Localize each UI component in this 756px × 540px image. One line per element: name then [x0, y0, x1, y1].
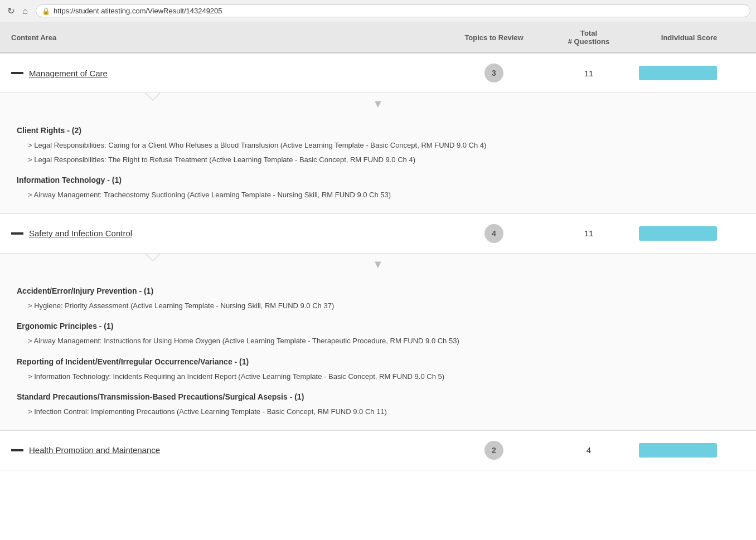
health-promotion-score-cell	[633, 443, 745, 458]
page-container: Content Area Topics to Review Total # Qu…	[0, 22, 756, 470]
lock-icon: 🔒	[42, 7, 50, 15]
health-promotion-badge-cell: 2	[444, 441, 544, 460]
reporting-incident-item-1: Information Technology: Incidents Requir…	[17, 369, 739, 384]
reload-button[interactable]: ↻	[6, 6, 16, 16]
header-topics-to-review: Topics to Review	[444, 33, 544, 42]
health-promotion-score-bar	[639, 443, 717, 458]
browser-bar: ↻ ⌂ 🔒 https://student.atitesting.com/Vie…	[0, 0, 756, 22]
standard-precautions-category: Standard Precautions/Transmission-Based …	[17, 392, 739, 401]
management-of-care-total: 11	[544, 69, 633, 78]
section-row-health-promotion[interactable]: Health Promotion and Maintenance 2 4	[0, 431, 756, 470]
safety-arrow-down-icon	[17, 254, 739, 278]
ergonomic-principles-item-1: Airway Management: Instructions for Usin…	[17, 334, 739, 348]
section-title-cell: Management of Care	[11, 69, 444, 78]
section-safety-and-infection-control: Safety and Infection Control 4 11 Accide…	[0, 214, 756, 431]
section-title-cell-health: Health Promotion and Maintenance	[11, 445, 444, 455]
section-health-promotion: Health Promotion and Maintenance 2 4	[0, 431, 756, 470]
section-dash-health-icon	[11, 449, 23, 451]
section-title-cell-safety: Safety and Infection Control	[11, 228, 444, 238]
safety-score-bar	[639, 226, 717, 241]
arrow-down-icon	[17, 93, 739, 117]
header-content-area: Content Area	[11, 33, 444, 42]
management-of-care-badge-cell: 3	[444, 64, 544, 82]
section-dash-safety-icon	[11, 232, 23, 235]
client-rights-category: Client Rights - (2)	[17, 126, 739, 135]
reporting-incident-category: Reporting of Incident/Event/Irregular Oc…	[17, 357, 739, 366]
accident-prevention-item-1: Hygiene: Priority Assessment (Active Lea…	[17, 299, 739, 313]
safety-details: Accident/Error/Injury Prevention - (1) H…	[0, 254, 756, 431]
safety-badge-cell: 4	[444, 224, 544, 243]
safety-score-cell	[633, 226, 745, 241]
accident-prevention-category: Accident/Error/Injury Prevention - (1)	[17, 286, 739, 295]
safety-badge: 4	[484, 224, 503, 243]
address-bar[interactable]: 🔒 https://student.atitesting.com/ViewRes…	[36, 4, 750, 17]
header-total-questions: Total # Questions	[544, 29, 633, 46]
table-header: Content Area Topics to Review Total # Qu…	[0, 22, 756, 53]
management-of-care-badge: 3	[484, 64, 503, 82]
health-promotion-link[interactable]: Health Promotion and Maintenance	[29, 445, 160, 455]
management-of-care-details: Client Rights - (2) Legal Responsibiliti…	[0, 93, 756, 214]
section-row-safety-and-infection-control[interactable]: Safety and Infection Control 4 11	[0, 214, 756, 254]
home-button[interactable]: ⌂	[20, 6, 30, 16]
client-rights-item-1: Legal Responsibilities: Caring for a Cli…	[17, 138, 739, 153]
client-rights-item-2: Legal Responsibilities: The Right to Ref…	[17, 153, 739, 167]
management-of-care-score-bar	[639, 66, 717, 80]
health-promotion-badge: 2	[484, 441, 503, 460]
header-individual-score: Individual Score	[633, 33, 745, 42]
safety-total-questions: 11	[544, 228, 633, 238]
management-of-care-score-cell	[633, 66, 745, 80]
url-text: https://student.atitesting.com/ViewResul…	[54, 7, 222, 15]
section-dash-icon	[11, 72, 23, 74]
section-row-management-of-care[interactable]: Management of Care 3 11	[0, 53, 756, 93]
information-technology-item-1: Airway Management: Tracheostomy Suctioni…	[17, 188, 739, 202]
information-technology-category: Information Technology - (1)	[17, 176, 739, 184]
ergonomic-principles-category: Ergonomic Principles - (1)	[17, 322, 739, 330]
management-of-care-link[interactable]: Management of Care	[29, 69, 108, 78]
safety-infection-control-link[interactable]: Safety and Infection Control	[29, 228, 132, 238]
standard-precautions-item-1: Infection Control: Implementing Precauti…	[17, 405, 739, 419]
health-promotion-total-questions: 4	[544, 445, 633, 455]
section-management-of-care: Management of Care 3 11 Client Rights - …	[0, 53, 756, 214]
